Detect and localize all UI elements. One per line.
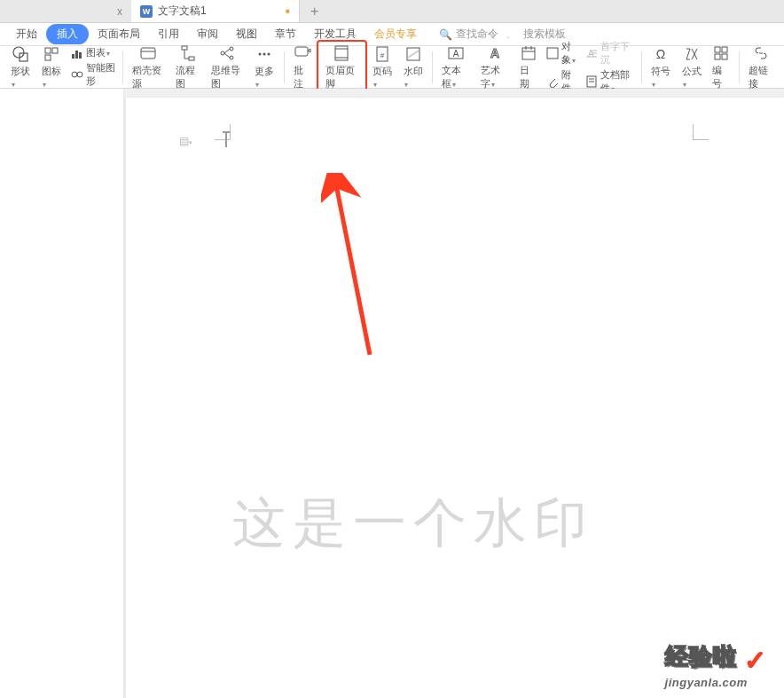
mindmap-icon <box>218 44 236 62</box>
svg-point-14 <box>230 47 233 51</box>
symbol-icon: Ω <box>652 45 670 63</box>
ribbon-date[interactable]: 日期 <box>514 43 543 92</box>
svg-rect-7 <box>79 52 82 59</box>
ribbon-comment[interactable]: 批注 <box>288 43 317 92</box>
ribbon-wordart[interactable]: A 艺术字▾ <box>475 43 514 92</box>
ribbon-header-footer[interactable]: 页眉页脚 <box>317 40 367 95</box>
ribbon-watermark-label: 水印▾ <box>404 65 424 89</box>
side-margin <box>0 89 124 698</box>
find-command-label: 查找命令 <box>456 27 498 42</box>
ribbon-textbox-label: 文本框▾ <box>442 64 470 90</box>
ribbon-flowchart[interactable]: 流程图 <box>170 43 206 92</box>
textbox-icon: A <box>447 44 465 62</box>
ribbon-mindmap-label: 思维导图 <box>211 64 244 90</box>
menu-start[interactable]: 开始 <box>7 24 46 44</box>
corner-mark-top-right <box>693 124 709 140</box>
ribbon-shape[interactable]: 形状▾ <box>5 43 36 90</box>
svg-point-8 <box>72 72 77 77</box>
ribbon-dk-resource-label: 稻壳资源 <box>132 64 165 90</box>
ribbon-flowchart-label: 流程图 <box>176 64 200 90</box>
hyperlink-icon <box>752 44 770 62</box>
menu-insert[interactable]: 插入 <box>46 24 89 44</box>
svg-rect-12 <box>189 57 194 60</box>
ribbon-smart-graphic[interactable]: 智能图形 <box>67 60 119 89</box>
ribbon-symbol-label: 符号▾ <box>651 65 671 89</box>
menu-member[interactable]: 会员专享 <box>365 24 426 44</box>
ribbon-separator-5 <box>739 51 740 83</box>
svg-rect-4 <box>45 55 51 60</box>
svg-text:A: A <box>453 49 459 59</box>
svg-point-18 <box>268 53 270 56</box>
add-tab-button[interactable]: + <box>300 4 329 20</box>
svg-point-0 <box>13 47 24 58</box>
ribbon-textbox[interactable]: A 文本框▾ <box>436 43 475 92</box>
branding-sub: jingyanla.com <box>665 676 766 689</box>
page-number-icon: # <box>373 45 391 63</box>
workspace: ▤▾ 这是一个水印 经验啦 ✓ jingyanla.com <box>0 89 784 698</box>
ribbon-symbol[interactable]: Ω 符号▾ <box>646 43 677 90</box>
ribbon-more[interactable]: 更多▾ <box>249 43 280 90</box>
check-icon: ✓ <box>744 645 766 676</box>
active-tab[interactable]: W 文字文稿1 • <box>131 0 300 22</box>
svg-point-13 <box>221 51 224 55</box>
search-icon: 🔍 <box>439 28 452 41</box>
dropcap-icon: A <box>585 47 598 59</box>
ribbon-separator-2 <box>284 51 285 83</box>
ribbon-icon[interactable]: 图标▾ <box>36 43 67 90</box>
ribbon-hyperlink[interactable]: 超链接 <box>743 43 779 92</box>
word-doc-icon: W <box>140 5 153 18</box>
smart-graphic-icon <box>71 68 83 81</box>
header-footer-icon <box>333 44 350 62</box>
ribbon-separator-3 <box>432 51 433 83</box>
ribbon-chart-label: 图表▾ <box>86 46 110 59</box>
ribbon-smart-graphic-label: 智能图形 <box>86 61 115 88</box>
svg-rect-33 <box>722 47 727 52</box>
chart-icon <box>71 47 83 59</box>
resource-icon <box>139 44 157 62</box>
ribbon-page-number[interactable]: # 页码▾ <box>367 43 398 90</box>
search-separator: 、 <box>506 27 516 42</box>
comment-icon <box>294 44 311 62</box>
ribbon-header-footer-label: 页眉页脚 <box>325 64 358 90</box>
ribbon-number[interactable]: 编号 <box>707 43 735 92</box>
wordart-icon: A <box>486 44 504 62</box>
ribbon-object[interactable]: 对象▾ <box>543 39 582 67</box>
tab-bar: x W 文字文稿1 • + <box>0 0 784 23</box>
formula-icon <box>683 45 701 63</box>
svg-point-17 <box>263 53 266 56</box>
ribbon-chart[interactable]: 图表▾ <box>67 45 119 60</box>
svg-point-16 <box>259 53 262 56</box>
icon-icon <box>43 45 60 63</box>
ribbon-separator-4 <box>641 51 642 83</box>
ribbon-formula[interactable]: 公式▾ <box>677 43 708 90</box>
svg-rect-34 <box>715 54 720 59</box>
svg-rect-5 <box>72 54 74 59</box>
flowchart-icon <box>179 44 197 62</box>
ribbon-dropcap[interactable]: A 首字下沉 <box>582 39 638 67</box>
text-cursor <box>225 133 227 147</box>
ribbon-wordart-label: 艺术字▾ <box>481 64 509 90</box>
prev-tab-suffix: x <box>117 5 122 18</box>
svg-rect-27 <box>522 48 535 59</box>
page-setting-icon[interactable]: ▤▾ <box>179 135 192 147</box>
svg-rect-20 <box>335 46 348 60</box>
modified-indicator: • <box>285 4 290 20</box>
ribbon-watermark[interactable]: 水印▾ <box>398 43 429 90</box>
date-icon <box>520 44 537 62</box>
svg-rect-3 <box>52 48 58 53</box>
branding-main: 经验啦 <box>665 641 737 672</box>
watermark-icon <box>404 45 422 63</box>
shape-icon <box>12 45 29 63</box>
svg-rect-28 <box>547 48 558 59</box>
svg-text:A: A <box>490 46 499 60</box>
svg-point-15 <box>230 56 233 59</box>
svg-rect-2 <box>45 48 51 53</box>
prev-tab[interactable]: x <box>0 0 131 22</box>
ribbon: 形状▾ 图标▾ 图表▾ 智能图形 稻壳资源 流程图 思维导图 更多▾ 批注 <box>0 46 784 89</box>
ribbon-number-label: 编号 <box>712 64 730 90</box>
ribbon-mindmap[interactable]: 思维导图 <box>206 43 249 92</box>
document-page[interactable]: ▤▾ 这是一个水印 <box>126 98 784 698</box>
ribbon-dk-resource[interactable]: 稻壳资源 <box>127 43 170 92</box>
svg-point-9 <box>77 72 82 77</box>
ribbon-dropcap-label: 首字下沉 <box>600 40 634 67</box>
